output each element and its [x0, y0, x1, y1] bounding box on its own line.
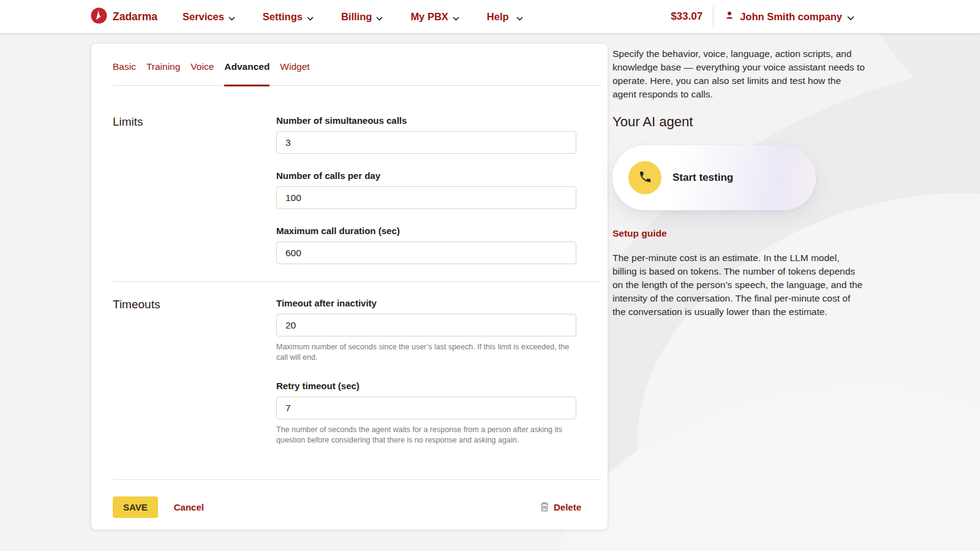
agent-tabs: Basic Training Voice Advanced Widget	[113, 44, 601, 86]
brand-name: Zadarma	[113, 10, 157, 23]
limits-fields: Number of simultaneous calls Number of c…	[276, 115, 576, 264]
nav-label: Settings	[263, 11, 303, 23]
start-testing-button[interactable]: Start testing	[612, 145, 816, 210]
delete-button[interactable]: Delete	[540, 501, 581, 514]
user-menu[interactable]: John Smith company	[724, 10, 854, 23]
inactivity-timeout-input[interactable]	[276, 314, 576, 336]
field-helper-text: The number of seconds the agent waits fo…	[276, 425, 576, 445]
person-icon	[724, 10, 735, 23]
retry-timeout-input[interactable]	[276, 397, 576, 419]
chevron-down-icon	[307, 12, 314, 23]
timeouts-section: Timeouts Timeout after inactivity Maximu…	[113, 282, 601, 479]
header-right-group: $33.07 John Smith company	[671, 6, 854, 28]
sidebar-intro-text: Specify the behavior, voice, language, a…	[612, 47, 865, 101]
field-label: Maximum call duration (sec)	[276, 226, 576, 236]
field-helper-text: Maximum number of seconds since the user…	[276, 342, 576, 362]
tab-advanced[interactable]: Advanced	[224, 61, 270, 85]
nav-item-services[interactable]: Services	[183, 10, 235, 23]
field-simultaneous-calls: Number of simultaneous calls	[276, 115, 576, 154]
top-navbar: Zadarma Services Settings Billing My PBX	[0, 0, 980, 33]
field-max-call-duration: Maximum call duration (sec)	[276, 226, 576, 264]
setup-guide-link[interactable]: Setup guide	[612, 228, 865, 239]
agent-settings-card: Basic Training Voice Advanced Widget Lim…	[91, 43, 608, 530]
nav-item-my-pbx[interactable]: My PBX	[410, 10, 459, 23]
field-label: Number of simultaneous calls	[276, 115, 576, 126]
sidebar-heading: Your AI agent	[612, 114, 865, 130]
main-nav: Services Settings Billing My PBX Help	[183, 10, 523, 23]
field-retry-timeout: Retry timeout (sec) The number of second…	[276, 381, 576, 445]
chevron-down-icon	[376, 12, 383, 23]
form-actions: SAVE Cancel Delete	[113, 480, 601, 518]
calls-per-day-input[interactable]	[276, 186, 576, 209]
cancel-button[interactable]: Cancel	[174, 502, 204, 512]
user-name: John Smith company	[740, 11, 842, 23]
chevron-down-icon	[516, 12, 523, 23]
section-title-timeouts: Timeouts	[113, 298, 276, 445]
field-calls-per-day: Number of calls per day	[276, 170, 576, 209]
field-inactivity-timeout: Timeout after inactivity Maximum number …	[276, 298, 576, 362]
info-sidebar: Specify the behavior, voice, language, a…	[612, 47, 865, 319]
save-button[interactable]: SAVE	[113, 496, 158, 518]
chevron-down-icon	[847, 12, 854, 23]
nav-label: Help	[487, 11, 509, 23]
chevron-down-icon	[453, 12, 459, 23]
field-label: Retry timeout (sec)	[276, 381, 576, 391]
section-title-limits: Limits	[113, 115, 276, 264]
timeouts-fields: Timeout after inactivity Maximum number …	[276, 298, 576, 445]
start-testing-label: Start testing	[673, 172, 733, 184]
phone-circle	[628, 161, 662, 194]
cost-estimate-note: The per-minute cost is an estimate. In t…	[612, 251, 865, 319]
field-label: Timeout after inactivity	[276, 298, 576, 308]
tab-widget[interactable]: Widget	[280, 61, 309, 85]
max-call-duration-input[interactable]	[276, 241, 576, 264]
nav-label: Services	[183, 11, 224, 23]
phone-icon	[638, 170, 652, 186]
simultaneous-calls-input[interactable]	[276, 131, 576, 154]
nav-item-settings[interactable]: Settings	[263, 10, 314, 23]
zadarma-logo-icon	[91, 7, 107, 26]
limits-section: Limits Number of simultaneous calls Numb…	[113, 86, 601, 281]
nav-label: Billing	[341, 11, 372, 23]
chevron-down-icon	[228, 12, 235, 23]
brand-logo[interactable]: Zadarma	[91, 7, 157, 26]
tab-basic[interactable]: Basic	[113, 61, 136, 85]
nav-label: My PBX	[410, 11, 448, 23]
field-label: Number of calls per day	[276, 170, 576, 181]
delete-label: Delete	[554, 502, 581, 512]
tab-training[interactable]: Training	[146, 61, 180, 85]
nav-item-help[interactable]: Help	[487, 10, 523, 23]
account-balance[interactable]: $33.07	[671, 10, 703, 23]
nav-item-billing[interactable]: Billing	[341, 10, 383, 23]
header-divider	[713, 6, 714, 28]
trash-icon	[540, 501, 549, 514]
tab-voice[interactable]: Voice	[190, 61, 214, 85]
